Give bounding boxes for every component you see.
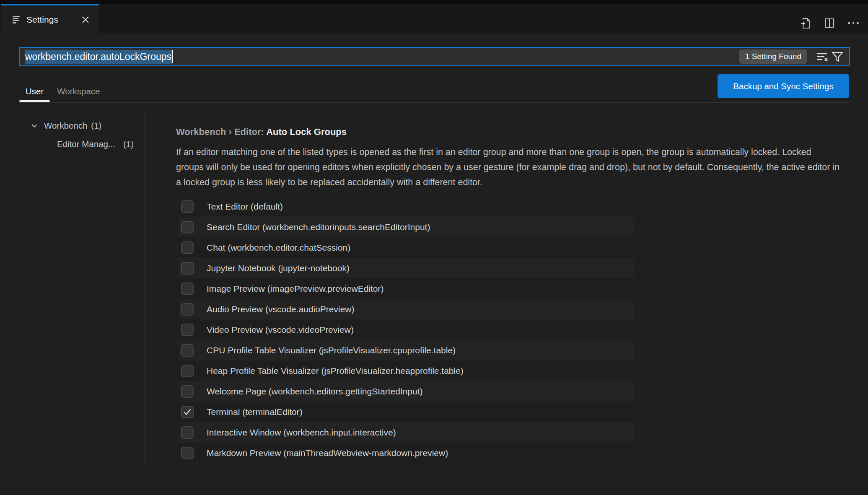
option-row[interactable]: Jupyter Notebook (jupyter-notebook) [179, 258, 634, 278]
close-icon[interactable] [80, 14, 91, 25]
option-label: Terminal (terminalEditor) [207, 407, 303, 417]
option-row[interactable]: Heap Profile Table Visualizer (jsProfile… [179, 360, 634, 381]
more-actions-icon[interactable] [847, 17, 860, 29]
option-label: Image Preview (imagePreview.previewEdito… [207, 284, 384, 294]
option-row[interactable]: Image Preview (imagePreview.previewEdito… [179, 278, 634, 299]
option-row[interactable]: Interactive Window (workbench.input.inte… [179, 422, 634, 443]
option-label: Markdown Preview (mainThreadWebview-mark… [207, 448, 448, 458]
settings-search-input[interactable]: workbench.editor.autoLockGroups 1 Settin… [19, 47, 850, 66]
backup-and-sync-settings-button[interactable]: Backup and Sync Settings [718, 74, 849, 98]
open-settings-json-icon[interactable] [799, 17, 812, 29]
options-list: Text Editor (default) Search Editor (wor… [179, 196, 634, 463]
settings-scope-tabs: User Workspace [19, 81, 106, 101]
option-label: Search Editor (workbench.editorinputs.se… [207, 222, 430, 232]
checkbox[interactable] [181, 303, 194, 316]
toc-item-label: Editor Manag... [57, 139, 115, 149]
option-label: Chat (workbench.editor.chatSession) [207, 243, 350, 253]
toc-item-workbench[interactable]: Workbench (1) [19, 117, 145, 135]
option-label: Audio Preview (vscode.audioPreview) [207, 304, 355, 314]
option-row[interactable]: Search Editor (workbench.editorinputs.se… [179, 217, 634, 237]
option-row[interactable]: Text Editor (default) [179, 196, 634, 217]
settings-list-icon [13, 16, 20, 23]
checkbox[interactable] [181, 426, 194, 439]
option-row[interactable]: Chat (workbench.editor.chatSession) [179, 237, 634, 258]
option-label: Jupyter Notebook (jupyter-notebook) [207, 263, 350, 273]
option-label: CPU Profile Table Visualizer (jsProfileV… [207, 345, 456, 355]
option-row[interactable]: Audio Preview (vscode.audioPreview) [179, 299, 634, 319]
toc-divider [145, 112, 145, 466]
option-label: Video Preview (vscode.videoPreview) [207, 325, 354, 335]
checkbox[interactable] [181, 200, 194, 213]
toc-item-count: (1) [91, 121, 101, 131]
scope-divider [19, 102, 849, 103]
setting-name: Auto Lock Groups [266, 127, 347, 137]
checkbox[interactable] [181, 221, 194, 233]
checkbox[interactable] [181, 447, 194, 459]
option-row[interactable]: CPU Profile Table Visualizer (jsProfileV… [179, 340, 634, 360]
setting-breadcrumb: Workbench › Editor: [176, 127, 266, 137]
toc-item-count: (1) [123, 139, 134, 149]
filter-icon[interactable] [831, 50, 844, 63]
setting-title: Workbench › Editor: Auto Lock Groups [176, 127, 347, 137]
results-count-badge: 1 Setting Found [739, 49, 807, 64]
toc-item-label: Workbench [44, 121, 87, 131]
tab-workspace[interactable]: Workspace [50, 81, 106, 101]
tab-label: Settings [26, 15, 58, 25]
tab-user[interactable]: User [19, 81, 50, 101]
option-row[interactable]: Markdown Preview (mainThreadWebview-mark… [179, 443, 634, 463]
option-row[interactable]: Video Preview (vscode.videoPreview) [179, 319, 634, 340]
option-label: Interactive Window (workbench.input.inte… [207, 428, 396, 438]
checkbox[interactable] [181, 282, 194, 295]
checkbox[interactable] [181, 241, 194, 254]
option-label: Text Editor (default) [207, 202, 283, 212]
checkmark-icon [183, 407, 192, 417]
clear-search-results-icon[interactable] [815, 50, 829, 63]
option-label: Heap Profile Table Visualizer (jsProfile… [207, 366, 464, 376]
checkbox[interactable] [181, 262, 194, 275]
checkbox[interactable] [181, 385, 194, 398]
editor-tab-bar: Settings [0, 4, 868, 34]
text-caret [172, 50, 173, 63]
checkbox[interactable] [181, 365, 194, 377]
split-editor-icon[interactable] [823, 17, 836, 29]
settings-toc: Workbench (1) Editor Manag... (1) [19, 117, 145, 153]
option-label: Welcome Page (workbench.editors.gettingS… [207, 386, 423, 397]
tab-settings[interactable]: Settings [1, 4, 99, 34]
toc-item-editor-management[interactable]: Editor Manag... (1) [19, 135, 145, 153]
option-row[interactable]: Welcome Page (workbench.editors.gettingS… [179, 381, 634, 402]
search-input-value: workbench.editor.autoLockGroups [25, 50, 172, 64]
checkbox[interactable] [181, 344, 194, 357]
window-top-strip [0, 0, 868, 4]
chevron-down-icon[interactable] [30, 122, 39, 130]
checkbox[interactable] [181, 406, 194, 418]
option-row[interactable]: Terminal (terminalEditor) [179, 402, 634, 422]
setting-description: If an editor matching one of the listed … [176, 145, 840, 190]
checkbox[interactable] [181, 324, 194, 336]
editor-title-actions [799, 8, 860, 38]
